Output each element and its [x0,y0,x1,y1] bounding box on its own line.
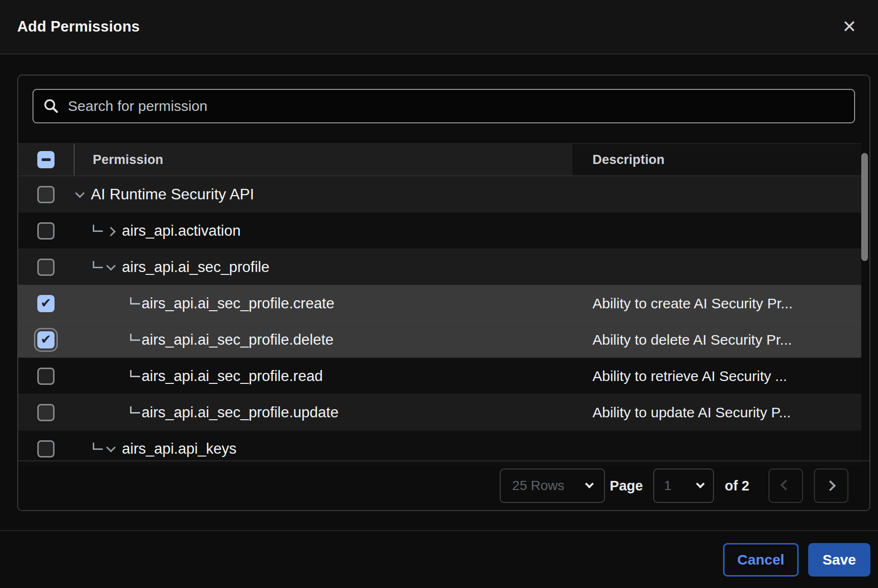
column-header-permission: Permission [93,152,164,167]
rows-per-page-select[interactable]: 25 Rows [500,468,605,503]
page-select[interactable]: 1 [653,468,714,503]
permission-label: airs_api.ai_sec_profile [122,259,269,276]
tree-branch-icon [130,370,140,377]
permission-label: airs_api.ai_sec_profile.create [142,295,334,312]
scrollbar-thumb[interactable] [861,153,868,261]
description-label: Ability to update AI Security P... [572,404,791,421]
tree-branch-icon [93,443,103,450]
column-header-description: Description [593,152,665,167]
search-icon [43,98,59,114]
row-checkbox[interactable] [37,222,55,240]
description-label: Ability to create AI Security Pr... [572,295,793,312]
chevron-down-icon[interactable] [106,261,116,271]
table-row[interactable]: airs_api.ai_sec_profile.createAbility to… [18,285,861,321]
description-label: Ability to retrieve AI Security ... [572,368,787,384]
page-count: of 2 [724,478,749,494]
tree-branch-icon [130,334,140,341]
row-checkbox[interactable] [37,440,55,457]
permission-label: airs_api.ai_sec_profile.delete [142,331,334,348]
chevron-right-icon [825,480,836,491]
table-row[interactable]: airs_api.ai_sec_profile.readAbility to r… [18,358,861,394]
modal-header: Add Permissions ✕ [0,0,878,54]
chevron-down-icon [696,479,705,488]
chevron-right-icon[interactable] [106,227,116,236]
row-checkbox[interactable] [37,259,55,276]
tree-branch-icon [93,261,103,268]
row-checkbox[interactable] [37,295,55,312]
table-row[interactable]: airs_api.ai_sec_profile.updateAbility to… [18,394,861,430]
description-label: Ability to delete AI Security Pr... [572,332,792,348]
table-row[interactable]: airs_api.ai_sec_profile [18,249,861,285]
search-input[interactable] [67,98,845,115]
permissions-table: Permission Description AI Runtime Securi… [18,143,861,467]
modal-title: Add Permissions [17,18,838,35]
permission-label: AI Runtime Security API [91,185,254,203]
chevron-down-icon [585,479,593,488]
close-icon[interactable]: ✕ [838,15,861,38]
tree-branch-icon [130,406,140,414]
content-panel: Permission Description AI Runtime Securi… [17,75,870,511]
next-page-button[interactable] [814,468,848,503]
permission-label: airs_api.ai_sec_profile.update [142,404,339,421]
chevron-down-icon[interactable] [106,443,116,452]
tree-branch-icon [93,225,103,232]
table-row[interactable]: airs_api.ai_sec_profile.deleteAbility to… [18,321,861,358]
search-box [33,89,855,123]
table-header-row: Permission Description [18,143,861,176]
row-checkbox[interactable] [37,368,55,385]
row-checkbox[interactable] [37,186,55,203]
chevron-down-icon[interactable] [75,188,85,198]
chevron-left-icon [780,479,791,490]
table-row[interactable]: AI Runtime Security API [18,176,861,212]
permission-label: airs_api.api_keys [122,440,237,457]
save-button[interactable]: Save [808,543,870,577]
table-row[interactable]: airs_api.activation [18,212,861,249]
select-all-checkbox[interactable] [37,151,55,168]
permission-label: airs_api.activation [122,222,241,240]
row-checkbox[interactable] [37,404,55,421]
tree-branch-icon [130,297,140,305]
table-body: AI Runtime Security APIairs_api.activati… [18,176,861,467]
row-checkbox[interactable] [37,331,55,348]
permission-label: airs_api.ai_sec_profile.read [142,368,323,385]
prev-page-button[interactable] [768,468,803,503]
page-label: Page [610,478,643,494]
pagination-bar: 25 Rows Page 1 of 2 [18,460,869,510]
cancel-button[interactable]: Cancel [723,543,799,577]
modal-footer: Cancel Save [0,530,878,588]
